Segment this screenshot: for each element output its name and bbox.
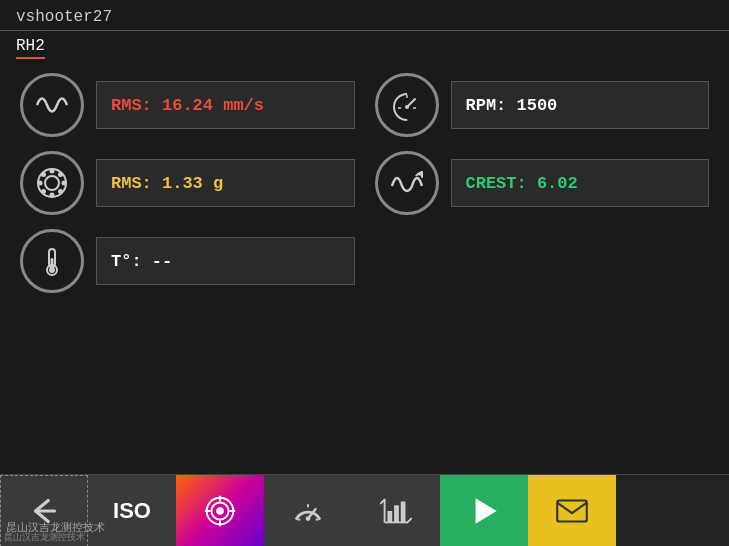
svg-point-10 — [38, 181, 43, 186]
bar-chart-icon — [377, 492, 415, 530]
svg-point-2 — [405, 105, 409, 109]
crest-wave-icon — [375, 151, 439, 215]
thermometer-icon — [20, 229, 84, 293]
bearing-icon — [20, 151, 84, 215]
metric-rms-accel: RMS: 1.33 g — [20, 151, 355, 215]
metric-temperature: T°: -- — [20, 229, 355, 293]
svg-marker-41 — [476, 498, 497, 523]
svg-point-8 — [50, 169, 55, 174]
rms-accel-value: RMS: 1.33 g — [96, 159, 355, 207]
rpm-value: RPM: 1500 — [451, 81, 710, 129]
app-title: vshooter27 — [16, 8, 112, 26]
speedometer-svg — [388, 86, 426, 124]
svg-point-21 — [49, 267, 55, 273]
metrics-grid: RMS: 16.24 mm/s RPM: 1500 — [0, 63, 729, 303]
thermometer-svg — [33, 242, 71, 280]
svg-rect-42 — [557, 500, 587, 521]
sine-wave-icon — [20, 73, 84, 137]
toolbar: 昆山汉吉龙测控技术 ISO — [0, 474, 729, 546]
bearing-svg — [33, 164, 71, 202]
svg-rect-36 — [387, 511, 392, 522]
svg-point-15 — [58, 172, 63, 177]
metric-crest: CREST: 6.02 — [375, 151, 710, 215]
svg-point-13 — [58, 189, 63, 194]
sine-wave-svg — [33, 86, 71, 124]
speedometer-icon — [375, 73, 439, 137]
svg-rect-38 — [401, 501, 406, 522]
crest-wave-svg — [388, 164, 426, 202]
section-title: RH2 — [16, 37, 45, 55]
target-icon — [201, 492, 239, 530]
svg-point-30 — [306, 516, 311, 521]
svg-point-24 — [216, 507, 224, 515]
target-button[interactable] — [176, 475, 264, 547]
play-icon — [465, 492, 503, 530]
svg-point-9 — [50, 193, 55, 198]
svg-line-39 — [407, 518, 411, 522]
svg-rect-37 — [394, 505, 399, 522]
watermark-label: 昆山汉吉龙测控技术 — [6, 521, 105, 533]
watermark-overlay: 昆山汉吉龙测控技术 — [6, 518, 105, 536]
svg-point-12 — [41, 172, 46, 177]
envelope-icon — [553, 492, 591, 530]
crest-value: CREST: 6.02 — [451, 159, 710, 207]
save-button[interactable] — [528, 475, 616, 547]
chart-button[interactable] — [352, 475, 440, 547]
metric-rpm: RPM: 1500 — [375, 73, 710, 137]
iso-label: ISO — [113, 498, 151, 524]
metric-rms-velocity: RMS: 16.24 mm/s — [20, 73, 355, 137]
svg-point-7 — [45, 176, 59, 190]
header: vshooter27 — [0, 0, 729, 31]
temperature-value: T°: -- — [96, 237, 355, 285]
gauge-button[interactable] — [264, 475, 352, 547]
play-button[interactable] — [440, 475, 528, 547]
svg-point-11 — [62, 181, 67, 186]
rms-velocity-value: RMS: 16.24 mm/s — [96, 81, 355, 129]
svg-point-14 — [41, 189, 46, 194]
gauge-icon — [289, 492, 327, 530]
